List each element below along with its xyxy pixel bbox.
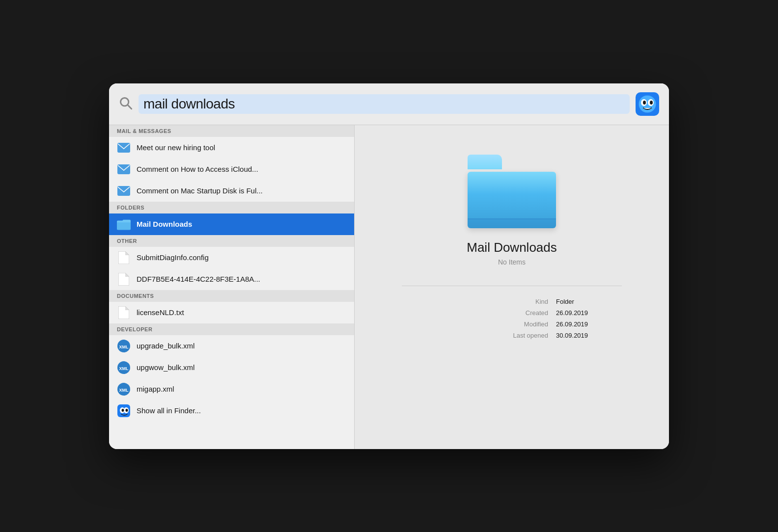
svg-point-21 bbox=[122, 409, 124, 412]
list-item[interactable]: Meet our new hiring tool bbox=[109, 137, 354, 159]
result-label: upgwow_bulk.xml bbox=[137, 363, 194, 372]
divider bbox=[402, 286, 622, 286]
preview-title: Mail Downloads bbox=[467, 240, 557, 255]
svg-rect-10 bbox=[117, 164, 130, 174]
svg-point-7 bbox=[643, 101, 646, 105]
result-label: Mail Downloads bbox=[137, 220, 192, 228]
result-label: SubmitDiagInfo.config bbox=[137, 253, 209, 262]
search-bar: mail downloads bbox=[109, 83, 669, 125]
search-icon bbox=[119, 96, 133, 112]
svg-rect-9 bbox=[117, 143, 130, 153]
section-header-developer: DEVELOPER bbox=[109, 323, 354, 335]
svg-text:XML: XML bbox=[119, 388, 129, 393]
main-content: MAIL & MESSAGES Meet our new hiring tool bbox=[109, 125, 669, 449]
mail-icon bbox=[117, 184, 131, 198]
meta-last-opened-value: 30.09.2019 bbox=[556, 332, 605, 339]
svg-text:XML: XML bbox=[119, 345, 129, 349]
section-header-mail: MAIL & MESSAGES bbox=[109, 125, 354, 137]
mail-icon bbox=[117, 162, 131, 176]
meta-created-value: 26.09.2019 bbox=[556, 309, 605, 317]
spotlight-window: mail downloads bbox=[109, 83, 669, 449]
finder-icon bbox=[636, 92, 659, 116]
meta-last-opened-label: Last opened bbox=[499, 332, 548, 339]
file-icon bbox=[117, 272, 131, 286]
list-item[interactable]: Comment on How to Access iCloud... bbox=[109, 159, 354, 180]
xml-icon: XML bbox=[117, 339, 131, 353]
meta-row-kind: Kind Folder bbox=[418, 298, 605, 305]
meta-row-last-opened: Last opened 30.09.2019 bbox=[418, 332, 605, 339]
result-label: migapp.xml bbox=[137, 385, 174, 393]
result-label: DDF7B5E4-414E-4C22-8F3E-1A8A... bbox=[137, 275, 260, 283]
list-item[interactable]: Comment on Mac Startup Disk is Ful... bbox=[109, 180, 354, 202]
svg-point-8 bbox=[650, 101, 653, 105]
folder-icon bbox=[117, 217, 131, 231]
list-item[interactable]: DDF7B5E4-414E-4C22-8F3E-1A8A... bbox=[109, 268, 354, 290]
svg-rect-11 bbox=[117, 186, 130, 196]
result-label: Meet our new hiring tool bbox=[137, 143, 215, 152]
section-header-other: OTHER bbox=[109, 235, 354, 247]
meta-row-created: Created 26.09.2019 bbox=[418, 309, 605, 317]
finder-small-icon bbox=[117, 404, 131, 418]
result-label: upgrade_bulk.xml bbox=[137, 342, 194, 350]
list-item[interactable]: SubmitDiagInfo.config bbox=[109, 247, 354, 268]
file-icon bbox=[117, 251, 131, 265]
preview-folder-icon bbox=[468, 155, 556, 228]
list-item[interactable]: XML upgrade_bulk.xml bbox=[109, 335, 354, 357]
svg-text:XML: XML bbox=[119, 366, 129, 371]
mail-icon bbox=[117, 141, 131, 155]
svg-point-22 bbox=[126, 409, 128, 412]
list-item[interactable]: licenseNLD.txt bbox=[109, 302, 354, 323]
list-item[interactable]: XML upgwow_bulk.xml bbox=[109, 357, 354, 378]
result-label: Comment on Mac Startup Disk is Ful... bbox=[137, 186, 263, 195]
meta-table: Kind Folder Created 26.09.2019 Modified … bbox=[418, 298, 605, 343]
preview-panel: Mail Downloads No Items Kind Folder Crea… bbox=[355, 125, 669, 449]
preview-subtitle: No Items bbox=[498, 258, 526, 266]
svg-line-1 bbox=[128, 105, 132, 109]
search-input[interactable]: mail downloads bbox=[139, 94, 630, 114]
results-panel: MAIL & MESSAGES Meet our new hiring tool bbox=[109, 125, 355, 449]
meta-created-label: Created bbox=[499, 309, 548, 317]
section-header-folders: FOLDERS bbox=[109, 202, 354, 213]
result-label: Show all in Finder... bbox=[137, 406, 201, 415]
meta-kind-value: Folder bbox=[556, 298, 605, 305]
xml-icon: XML bbox=[117, 382, 131, 396]
file-icon bbox=[117, 306, 131, 319]
meta-row-modified: Modified 26.09.2019 bbox=[418, 320, 605, 328]
section-header-documents: DOCUMENTS bbox=[109, 290, 354, 302]
meta-modified-value: 26.09.2019 bbox=[556, 320, 605, 328]
result-label: Comment on How to Access iCloud... bbox=[137, 165, 258, 173]
meta-modified-label: Modified bbox=[499, 320, 548, 328]
list-item[interactable]: XML migapp.xml bbox=[109, 378, 354, 400]
xml-icon: XML bbox=[117, 361, 131, 374]
list-item-mail-downloads[interactable]: Mail Downloads bbox=[109, 213, 354, 235]
meta-kind-label: Kind bbox=[499, 298, 548, 305]
show-all-in-finder-button[interactable]: Show all in Finder... bbox=[109, 400, 354, 422]
result-label: licenseNLD.txt bbox=[137, 308, 184, 317]
